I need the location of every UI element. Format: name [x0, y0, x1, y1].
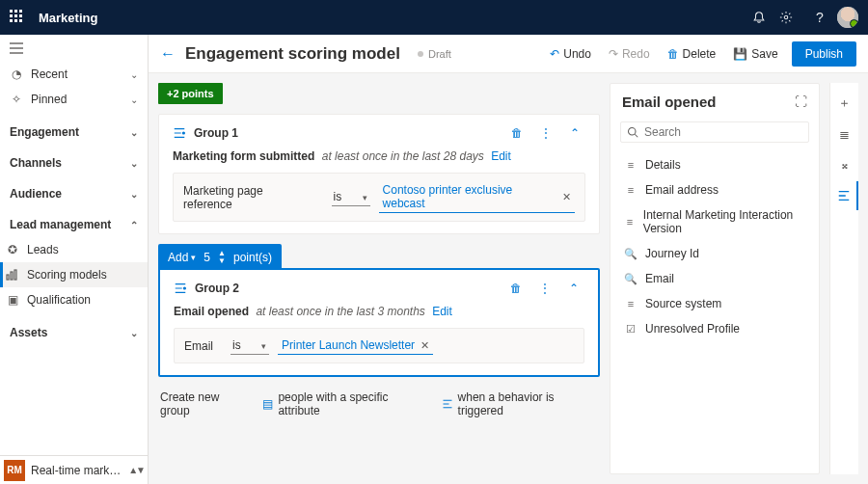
create-attribute-option[interactable]: ▤ people with a specific attribute	[262, 390, 427, 417]
operator-dropdown[interactable]: is	[332, 188, 370, 206]
group-more-icon[interactable]: ⋮	[534, 282, 556, 295]
side-search[interactable]	[620, 121, 809, 143]
points-stepper[interactable]: ▲▼	[218, 250, 226, 264]
app-launcher-icon[interactable]	[10, 10, 25, 25]
attribute-icon: ▤	[262, 397, 273, 411]
points-add-bar: Add ▾ 5 ▲▼ point(s)	[158, 244, 282, 270]
filter-row: Marketing page reference is▾ Contoso pri…	[173, 173, 585, 222]
chevron-down-icon: ⌄	[130, 158, 138, 169]
list-item[interactable]: ≡Source system	[610, 291, 819, 316]
nav-section-engagement[interactable]: Engagement ⌄	[0, 120, 148, 145]
nav-pinned-label: Pinned	[31, 93, 122, 106]
search-icon	[627, 126, 638, 138]
rail-add-icon[interactable]: ＋	[830, 89, 858, 118]
notifications-icon[interactable]	[752, 11, 779, 24]
group-name: Group 2	[195, 282, 498, 295]
list-item[interactable]: ☑Unresolved Profile	[610, 316, 819, 341]
expand-panel-icon[interactable]: ⛶	[795, 94, 807, 109]
clear-value-icon[interactable]: ✕	[420, 339, 429, 352]
nav-item-qualification[interactable]: ▣ Qualification	[0, 287, 148, 312]
command-bar: ← Engagement scoring model Draft ↶Undo ↷…	[149, 35, 868, 73]
create-group-row: Create new group ▤ people with a specifi…	[158, 387, 600, 421]
delete-icon: 🗑	[667, 47, 679, 61]
condition-edit-link[interactable]: Edit	[432, 305, 452, 318]
nav-section-audience[interactable]: Audience ⌄	[0, 181, 148, 206]
nav-item-leads[interactable]: ✪ Leads	[0, 237, 148, 262]
nav-pinned[interactable]: ✧ Pinned ⌄	[0, 87, 148, 112]
points-unit: point(s)	[233, 251, 272, 264]
nav-section-channels[interactable]: Channels ⌄	[0, 150, 148, 175]
chevron-down-icon: ⌄	[130, 69, 138, 80]
list-item[interactable]: ≡Details	[610, 152, 819, 177]
svg-rect-5	[11, 272, 13, 280]
undo-icon: ↶	[550, 47, 559, 61]
checkbox-icon: ☑	[624, 323, 637, 336]
area-switcher[interactable]: RM Real-time marketi... ▲▼	[0, 455, 148, 484]
nav-collapse-icon[interactable]	[0, 35, 148, 62]
nav-recent-label: Recent	[31, 67, 122, 81]
chevron-down-icon: ⌄	[130, 189, 138, 200]
nav-section-lead-management[interactable]: Lead management ⌃	[0, 212, 148, 237]
behavior-icon	[173, 126, 186, 140]
properties-panel: Email opened ⛶ ≡Details ≡Email address ≡…	[610, 83, 820, 474]
group-collapse-icon[interactable]: ⌃	[564, 126, 585, 140]
save-button[interactable]: 💾Save	[729, 43, 781, 65]
search-icon: 🔍	[624, 273, 637, 285]
help-icon[interactable]: ?	[806, 10, 833, 25]
filter-attribute-label: Email	[184, 339, 213, 353]
clear-value-icon[interactable]: ✕	[562, 191, 571, 203]
points-value[interactable]: 5	[203, 251, 210, 264]
points-tag: +2 points	[158, 83, 223, 104]
redo-icon: ↷	[609, 47, 618, 61]
area-badge: RM	[4, 460, 25, 481]
group-more-icon[interactable]: ⋮	[535, 126, 556, 140]
user-avatar[interactable]	[837, 7, 858, 28]
list-item[interactable]: 🔍Email	[610, 266, 819, 291]
svg-line-10	[635, 134, 637, 137]
nav-section-assets[interactable]: Assets ⌄	[0, 320, 148, 345]
behavior-icon	[174, 282, 187, 295]
group-delete-icon[interactable]: 🗑	[506, 126, 528, 140]
filter-row: Email is▾ Printer Launch Newsletter ✕	[174, 328, 584, 363]
area-label: Real-time marketi...	[31, 464, 122, 477]
group-card-1[interactable]: Group 1 🗑 ⋮ ⌃ Marketing form submitted a…	[158, 114, 600, 234]
condition-summary: Marketing form submitted at least once i…	[173, 149, 585, 163]
chevron-down-icon: ⌄	[130, 328, 138, 338]
group-card-2[interactable]: Group 2 🗑 ⋮ ⌃ Email opened at least once…	[158, 268, 600, 377]
operator-dropdown[interactable]: is	[231, 336, 269, 355]
undo-button[interactable]: ↶Undo	[546, 43, 595, 65]
delete-button[interactable]: 🗑Delete	[664, 43, 720, 65]
svg-rect-6	[14, 270, 16, 280]
nav-item-scoring-models[interactable]: Scoring models	[0, 262, 148, 287]
field-icon: ≡	[624, 298, 637, 309]
list-item[interactable]: ≡Email address	[610, 177, 819, 202]
qualification-icon: ▣	[6, 293, 19, 307]
svg-point-9	[629, 128, 637, 136]
settings-icon[interactable]	[779, 11, 806, 24]
nav-recent[interactable]: ◔ Recent ⌄	[0, 62, 148, 87]
chevron-up-icon: ⌃	[130, 220, 138, 230]
create-behavior-option[interactable]: when a behavior is triggered	[442, 390, 598, 417]
svg-point-8	[183, 287, 185, 289]
add-points-button[interactable]: Add ▾	[168, 251, 196, 264]
filter-value-chip[interactable]: Printer Launch Newsletter ✕	[278, 336, 433, 355]
publish-button[interactable]: Publish	[792, 41, 856, 67]
list-item[interactable]: 🔍Journey Id	[610, 241, 819, 266]
filter-value-chip[interactable]: Contoso printer exclusive webcast ✕	[379, 181, 575, 213]
rail-link-icon[interactable]: 𝄪	[830, 150, 858, 179]
left-nav: ◔ Recent ⌄ ✧ Pinned ⌄ Engagement ⌄ Chann…	[0, 35, 149, 484]
search-input[interactable]	[644, 125, 802, 139]
back-button[interactable]: ←	[160, 45, 176, 63]
chevron-down-icon: ⌄	[130, 127, 138, 138]
group-delete-icon[interactable]: 🗑	[505, 282, 527, 295]
pin-icon: ✧	[10, 93, 23, 106]
group-collapse-icon[interactable]: ⌃	[563, 282, 584, 295]
right-rail: ＋ ≣ 𝄪	[829, 83, 858, 474]
rail-behavior-icon[interactable]	[830, 181, 858, 210]
list-item[interactable]: ≡Internal Marketing Interaction Version	[610, 202, 819, 241]
group-name: Group 1	[194, 126, 499, 140]
condition-edit-link[interactable]: Edit	[491, 149, 511, 163]
rail-list-icon[interactable]: ≣	[830, 120, 858, 148]
search-icon: 🔍	[624, 248, 637, 260]
leads-icon: ✪	[6, 243, 19, 256]
